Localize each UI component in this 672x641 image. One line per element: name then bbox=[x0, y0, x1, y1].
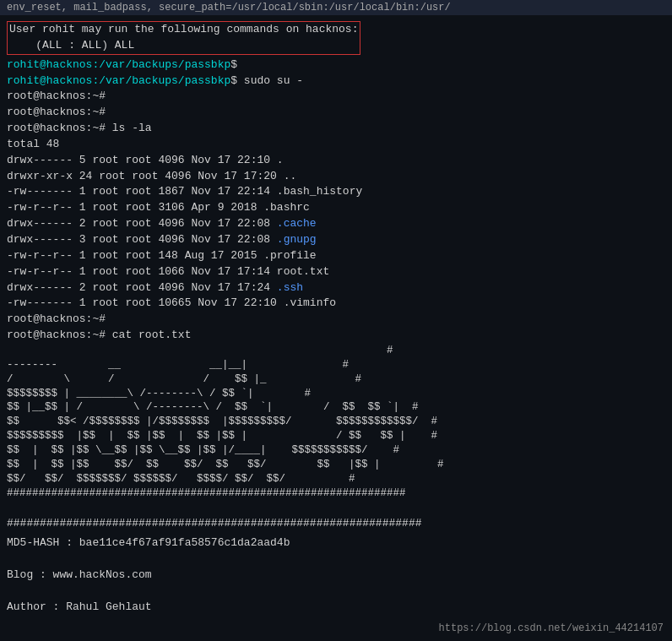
ls-row-dotdot: drwxr-xr-x 24 root root 4096 Nov 17 17:2… bbox=[7, 169, 665, 185]
ls-row-ssh: drwx------ 2 root root 4096 Nov 17 17:24… bbox=[7, 280, 665, 296]
total-line: total 48 bbox=[7, 137, 665, 153]
ascii-art: # -------- __ __|__| # / \ / / $$ |_ # $… bbox=[7, 344, 665, 501]
terminal-content: User rohit may run the following command… bbox=[0, 15, 672, 618]
root-prompt-3: root@hacknos:~# bbox=[7, 312, 665, 328]
author-line: Author : Rahul Gehlaut bbox=[7, 600, 665, 616]
highlight-text: User rohit may run the following command… bbox=[7, 21, 360, 55]
terminal-window: env_reset, mail_badpass, secure_path=/us… bbox=[0, 0, 672, 641]
path-1: /var/backups/passbkp bbox=[99, 58, 230, 71]
md5-line: MD5-HASH : bae11ce4f67af91fa58576c1da2aa… bbox=[7, 535, 665, 551]
user-host-2: rohit@hacknos: bbox=[7, 74, 99, 87]
ls-row-dot: drwx------ 5 root root 4096 Nov 17 22:10… bbox=[7, 153, 665, 169]
topbar: env_reset, mail_badpass, secure_path=/us… bbox=[0, 0, 672, 15]
user-host-1: rohit@hacknos: bbox=[7, 58, 99, 71]
root-prompt-1: root@hacknos:~# bbox=[7, 89, 665, 105]
blog-line: Blog : www.hackNos.com bbox=[7, 568, 665, 584]
ls-row-profile: -rw-r--r-- 1 root root 148 Aug 17 2015 .… bbox=[7, 248, 665, 264]
path-2: /var/backups/passbkp bbox=[99, 74, 230, 87]
dollar-2: $ sudo su - bbox=[230, 74, 303, 87]
ls-gnupg-name: .gnupg bbox=[277, 233, 317, 246]
footer-hashes: ########################################… bbox=[7, 516, 665, 532]
ls-row-cache: drwx------ 2 root root 4096 Nov 17 22:08… bbox=[7, 216, 665, 232]
bottom-link: https://blog.csdn.net/weixin_44214107 bbox=[439, 622, 664, 634]
blank-line-3 bbox=[7, 584, 665, 600]
dollar-1: $ bbox=[230, 58, 237, 71]
ls-row-roottxt: -rw-r--r-- 1 root root 1066 Nov 17 17:14… bbox=[7, 264, 665, 280]
sudo-highlight: User rohit may run the following command… bbox=[7, 20, 665, 56]
ls-row-gnupg: drwx------ 3 root root 4096 Nov 17 22:08… bbox=[7, 232, 665, 248]
ls-row-viminfo: -rw------- 1 root root 10665 Nov 17 22:1… bbox=[7, 296, 665, 312]
ls-cmd: root@hacknos:~# ls -la bbox=[7, 121, 665, 137]
prompt-line-1: rohit@hacknos:/var/backups/passbkp$ bbox=[7, 57, 665, 73]
blank-line-2 bbox=[7, 551, 665, 568]
cat-cmd: root@hacknos:~# cat root.txt bbox=[7, 328, 665, 344]
ls-row-bash-history: -rw------- 1 root root 1867 Nov 17 22:14… bbox=[7, 184, 665, 200]
root-prompt-2: root@hacknos:~# bbox=[7, 105, 665, 121]
ls-row-bashrc: -rw-r--r-- 1 root root 3106 Apr 9 2018 .… bbox=[7, 200, 665, 216]
blank-line-1 bbox=[7, 501, 665, 517]
ls-ssh-name: .ssh bbox=[277, 281, 303, 294]
prompt-line-2: rohit@hacknos:/var/backups/passbkp$ sudo… bbox=[7, 73, 665, 90]
ls-cache-name: .cache bbox=[277, 217, 317, 230]
